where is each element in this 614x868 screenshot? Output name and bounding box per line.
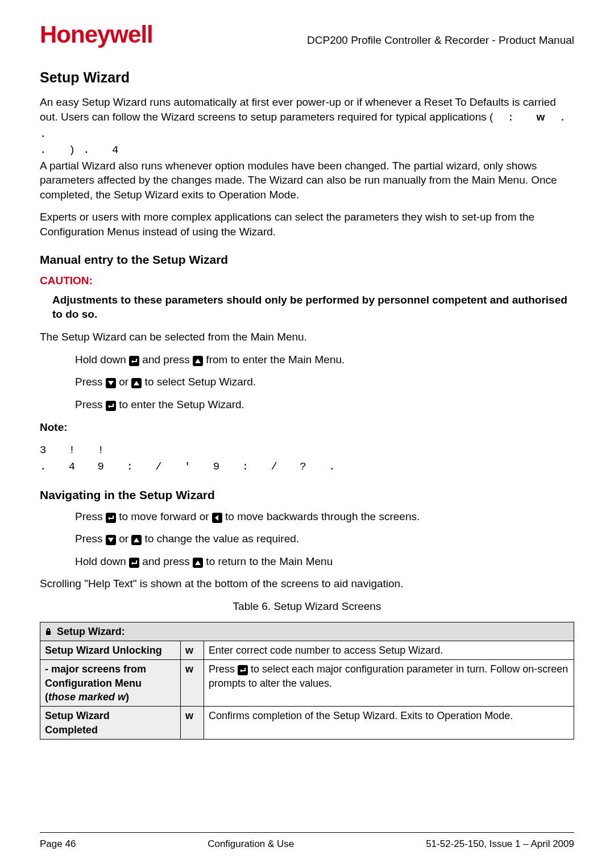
- note-placeholder: 3 ! ! . 4 9 : / ' 9 : / ? .: [40, 442, 574, 475]
- caution-label: CAUTION:: [40, 273, 574, 288]
- step-nav-return: Hold down and press to return to the Mai…: [75, 554, 574, 569]
- text: and press: [142, 354, 193, 366]
- footer-page: Page 46: [40, 838, 76, 851]
- enter-key-icon: [106, 513, 116, 523]
- text: Hold down: [75, 555, 129, 567]
- down-arrow-icon: [106, 378, 116, 388]
- footer-doc-id: 51-52-25-150, Issue 1 – April 2009: [426, 838, 574, 851]
- text: - major screens from: [45, 663, 146, 675]
- row-desc: Enter correct code number to access Setu…: [204, 641, 574, 660]
- down-arrow-icon: [106, 535, 116, 545]
- table-header-text: Setup Wizard:: [57, 626, 125, 637]
- step-nav-change-value: Press or to change the value as required…: [75, 531, 574, 546]
- enter-key-icon: [129, 356, 139, 366]
- document-title: DCP200 Profile Controller & Recorder - P…: [307, 33, 574, 48]
- intro-paragraph-1: An easy Setup Wizard runs automatically …: [40, 95, 574, 202]
- text: Completed: [45, 724, 98, 736]
- text: to change the value as required.: [145, 533, 299, 545]
- text: to enter the Setup Wizard.: [119, 398, 244, 410]
- up-arrow-icon: [193, 356, 203, 366]
- text: to move backwards through the screens.: [225, 510, 420, 522]
- text: A partial Wizard also runs whenever opti…: [40, 160, 557, 201]
- step-enter-wizard: Press to enter the Setup Wizard.: [75, 397, 574, 412]
- text: Press: [75, 398, 106, 410]
- text: to select each major configuration param…: [209, 663, 568, 688]
- enter-key-icon: [106, 401, 116, 411]
- subsection-navigating: Navigating in the Setup Wizard: [40, 487, 574, 503]
- text: and press: [142, 555, 193, 567]
- page-footer: Page 46 Configuration & Use 51-52-25-150…: [40, 838, 574, 851]
- bold-w: w: [537, 111, 545, 123]
- row-desc: Press to select each major configuration…: [204, 660, 574, 707]
- row-label: - major screens from Configuration Menu …: [40, 660, 181, 707]
- up-arrow-icon: [131, 378, 142, 388]
- text-italic: those marked w: [48, 691, 126, 703]
- text: . 4 9 : / ' 9 : / ? .: [40, 460, 343, 473]
- text: Adjustments to these parameters should o…: [52, 294, 567, 321]
- text: to return to the Main Menu: [206, 555, 333, 567]
- step-select-wizard: Press or to select Setup Wizard.: [75, 375, 574, 389]
- left-arrow-icon: [212, 513, 222, 523]
- table-row: Setup Wizard Unlocking w Enter correct c…: [40, 641, 574, 660]
- row-label: Setup Wizard Unlocking: [40, 641, 181, 660]
- note-label: Note:: [40, 420, 574, 435]
- text: Press: [75, 376, 106, 388]
- footer-section: Configuration & Use: [208, 838, 294, 851]
- table-header-row: Setup Wizard:: [40, 622, 574, 641]
- manual-entry-intro: The Setup Wizard can be selected from th…: [40, 330, 574, 344]
- step-nav-forward-back: Press to move forward or to move backwar…: [75, 509, 574, 524]
- text: Configuration Menu: [45, 678, 142, 689]
- table-caption: Table 6. Setup Wizard Screens: [40, 599, 574, 614]
- row-w: w: [181, 707, 204, 740]
- text: An easy Setup Wizard runs automatically …: [40, 96, 556, 123]
- row-w: w: [181, 641, 204, 660]
- text: to move forward or: [119, 510, 212, 522]
- placeholder-text: :: [493, 111, 536, 124]
- text: 3 ! !: [40, 444, 112, 456]
- page-header: Honeywell DCP200 Profile Controller & Re…: [40, 23, 574, 48]
- text: or: [119, 533, 131, 545]
- text: Press: [75, 533, 106, 545]
- row-label: Setup Wizard Completed: [40, 707, 181, 740]
- row-desc: Confirms completion of the Setup Wizard.…: [204, 707, 574, 740]
- brand-logo: Honeywell: [40, 23, 153, 47]
- enter-key-icon: [238, 665, 248, 675]
- text: Hold down: [75, 354, 129, 366]
- text: or: [119, 376, 131, 388]
- footer-rule: [40, 832, 574, 833]
- row-w: w: [181, 660, 204, 707]
- intro-paragraph-2: Experts or users with more complex appli…: [40, 210, 574, 239]
- text: ): [126, 691, 129, 703]
- text: from to enter the Main Menu.: [206, 354, 345, 366]
- table-row: Setup Wizard Completed w Confirms comple…: [40, 707, 574, 740]
- text: to select Setup Wizard.: [145, 376, 256, 388]
- setup-wizard-screens-table: Setup Wizard: Setup Wizard Unlocking w E…: [40, 622, 574, 740]
- text: Press: [209, 663, 238, 675]
- text: Setup Wizard: [45, 710, 110, 721]
- step-main-menu: Hold down and press from to enter the Ma…: [75, 352, 574, 367]
- lock-icon: [45, 625, 52, 633]
- text: Press: [75, 510, 106, 522]
- enter-key-icon: [129, 558, 139, 568]
- help-text-note: Scrolling "Help Text" is shown at the bo…: [40, 576, 574, 591]
- up-arrow-icon: [193, 558, 203, 568]
- up-arrow-icon: [131, 535, 142, 545]
- placeholder-text: . ). 4: [40, 144, 126, 156]
- table-row: - major screens from Configuration Menu …: [40, 660, 574, 707]
- subsection-manual-entry: Manual entry to the Setup Wizard: [40, 252, 574, 268]
- section-title: Setup Wizard: [40, 68, 574, 88]
- caution-body: Adjustments to these parameters should o…: [52, 293, 574, 322]
